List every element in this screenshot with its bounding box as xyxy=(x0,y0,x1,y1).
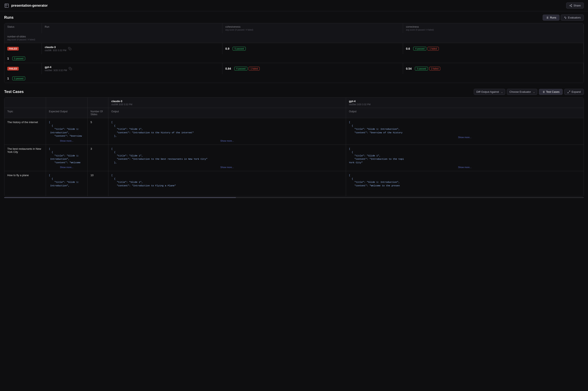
claude-output-cell-3: [ { "title": "Slide 1", "content": "Intr… xyxy=(109,171,346,196)
svg-rect-11 xyxy=(69,48,71,50)
col-slides: number-of-slides avg score (# passed / #… xyxy=(4,33,42,43)
svg-point-1 xyxy=(570,5,571,6)
horizontal-scrollbar[interactable] xyxy=(4,197,584,198)
runs-tab-icon xyxy=(546,16,549,19)
svg-rect-12 xyxy=(70,68,72,70)
correctness-failed-2: 2 failed xyxy=(429,67,440,71)
runs-title: Runs xyxy=(4,15,13,20)
status-badge: FAILED xyxy=(7,47,19,51)
correctness-passed-1: 4 passed xyxy=(413,47,426,51)
test-cases-btn-icon xyxy=(542,91,545,93)
tc-empty-col-1 xyxy=(4,98,46,108)
status-badge-2: FAILED xyxy=(7,67,19,71)
evaluators-tab-label: Evaluators xyxy=(568,16,581,19)
tc-col-headers: Topic Expected Output Number Of Slides O… xyxy=(4,108,584,118)
tc-empty-col-2 xyxy=(46,98,88,108)
show-more-expected-1[interactable]: Show more... xyxy=(49,140,85,142)
show-more-expected-2[interactable]: Show more... xyxy=(49,166,85,169)
slides-cell-2: 3 xyxy=(88,145,109,171)
correctness-passed-2: 3 passed xyxy=(415,67,428,71)
diff-select-wrapper: Diff Output Against xyxy=(474,89,505,95)
expected-cell-2: [ { "title": "Slide 1: Introduction", "c… xyxy=(46,145,88,171)
tc-table-wrapper[interactable]: claude-3 clu09ft 3/20 3:32 PM gpt-4 clu0… xyxy=(4,97,584,196)
tc-col-output-1: Output xyxy=(109,108,346,118)
svg-line-3 xyxy=(570,6,571,6)
test-cases-section: Test Cases Diff Output Against Choose Ev… xyxy=(0,89,588,202)
cohesiveness-score-2: 0.84 xyxy=(225,67,231,70)
run-name-cell-2: gpt-4 clu09et 3/20 3:32 PM xyxy=(42,63,223,74)
topic-cell-2: The best restaurants in New York City xyxy=(4,145,46,171)
run-name-cell-1: claude-3 clu09ft 3/20 3:32 PM xyxy=(42,43,223,54)
run-id-2: clu09et xyxy=(45,69,52,72)
slides-cell-2: 1 5 passed xyxy=(4,74,42,83)
share-label: Share xyxy=(574,4,581,7)
evaluator-select[interactable]: Choose Evaluator xyxy=(507,89,537,95)
cohesiveness-score-1: 0.9 xyxy=(225,47,229,50)
svg-line-19 xyxy=(569,91,570,92)
topic-cell-1: The history of the internet xyxy=(4,118,46,145)
col-correctness: correctness avg score (# passed / # fail… xyxy=(403,23,584,33)
show-more-claude-1[interactable]: Show more... xyxy=(111,140,343,142)
gpt4-output-cell-2: [ { "title": "Slide 1", "content": "Intr… xyxy=(346,145,584,171)
scrollbar-thumb xyxy=(4,197,236,198)
correctness-cell-2: 0.54 3 passed 2 failed xyxy=(403,63,584,74)
app-title: presentation-generator xyxy=(11,4,48,7)
test-cases-btn-label: Test Cases xyxy=(546,90,560,93)
correctness-score-2: 0.54 xyxy=(406,67,412,70)
gpt4-output-cell-3: [ { "title": "Slide 1: Introduction", "c… xyxy=(346,171,584,196)
table-row: The history of the internet [ { "title":… xyxy=(4,118,584,145)
correctness-failed-1: 1 failed xyxy=(428,47,439,51)
show-more-gpt4-1[interactable]: Show more... xyxy=(349,136,581,138)
runs-table-header: Status Run cohesiveness avg score (# pas… xyxy=(4,23,584,43)
svg-point-0 xyxy=(571,4,572,5)
run-date-1: 3/20 3:32 PM xyxy=(53,49,66,52)
svg-line-4 xyxy=(570,5,571,5)
share-button[interactable]: Share xyxy=(566,2,584,8)
slides-cell-1: 5 xyxy=(88,118,109,145)
expand-icon xyxy=(567,91,570,93)
evaluator-select-wrapper: Choose Evaluator xyxy=(507,89,537,95)
expand-button[interactable]: Expand xyxy=(564,89,584,95)
cohesiveness-failed-2: 1 failed xyxy=(249,67,260,71)
test-cases-button[interactable]: Test Cases xyxy=(539,89,563,95)
evaluators-tab-button[interactable]: Evaluators xyxy=(561,14,584,21)
run-name-1: claude-3 xyxy=(45,46,66,49)
tc-run-header-claude: claude-3 clu09ft 3/20 3:32 PM xyxy=(109,98,346,108)
expand-label: Expand xyxy=(572,90,581,93)
runs-table: Status Run cohesiveness avg score (# pas… xyxy=(4,23,584,83)
slides-cell-3: 10 xyxy=(88,171,109,196)
cohesiveness-cell-1: 0.9 5 passed xyxy=(223,43,403,54)
show-more-claude-2[interactable]: Show more... xyxy=(111,166,343,169)
tc-col-slides: Number Of Slides xyxy=(88,108,109,118)
slides-cell-1: 1 5 passed xyxy=(4,54,42,63)
topic-cell-3: How to fly a plane xyxy=(4,171,46,196)
table-row: FAILED gpt-4 clu09et 3/20 3:32 PM 0.84 4… xyxy=(4,63,584,83)
run-date-2: 3/20 3:32 PM xyxy=(53,69,67,72)
tc-controls: Diff Output Against Choose Evaluator Tes… xyxy=(474,89,584,95)
col-status: Status xyxy=(4,23,42,33)
run-name-2: gpt-4 xyxy=(45,66,67,69)
show-more-gpt4-2[interactable]: Show more... xyxy=(349,166,581,169)
top-bar-left: presentation-generator xyxy=(4,3,48,8)
runs-tab-button[interactable]: Runs xyxy=(543,14,559,21)
top-bar: presentation-generator Share xyxy=(0,0,588,11)
gpt4-output-cell-1: [ { "title": "Slide 1: Introduction", "c… xyxy=(346,118,584,145)
tc-run-headers: claude-3 clu09ft 3/20 3:32 PM gpt-4 clu0… xyxy=(4,98,584,108)
test-cases-title: Test Cases xyxy=(4,90,24,94)
share-icon xyxy=(569,4,572,7)
tc-empty-col-3 xyxy=(88,98,109,108)
svg-line-20 xyxy=(568,92,569,93)
evaluators-tab-icon xyxy=(564,16,567,19)
diff-select[interactable]: Diff Output Against xyxy=(474,89,505,95)
tc-run-header-gpt4: gpt-4 clu09et 3/20 3:32 PM xyxy=(346,98,584,108)
slides-score-1: 1 xyxy=(7,57,9,60)
svg-point-2 xyxy=(571,6,572,7)
col-cohesiveness: cohesiveness avg score (# passed / # fai… xyxy=(223,23,403,33)
tc-col-output-2: Output xyxy=(346,108,584,118)
copy-icon-2 xyxy=(69,67,72,70)
tc-table: claude-3 clu09ft 3/20 3:32 PM gpt-4 clu0… xyxy=(4,97,584,196)
expected-cell-1: [ { "title": "Slide 1: Introduction", "c… xyxy=(46,118,88,145)
slides-passed-1: 5 passed xyxy=(12,57,25,60)
run-id-1: clu09ft xyxy=(45,49,51,52)
cohesiveness-passed-2: 4 passed xyxy=(234,67,247,71)
